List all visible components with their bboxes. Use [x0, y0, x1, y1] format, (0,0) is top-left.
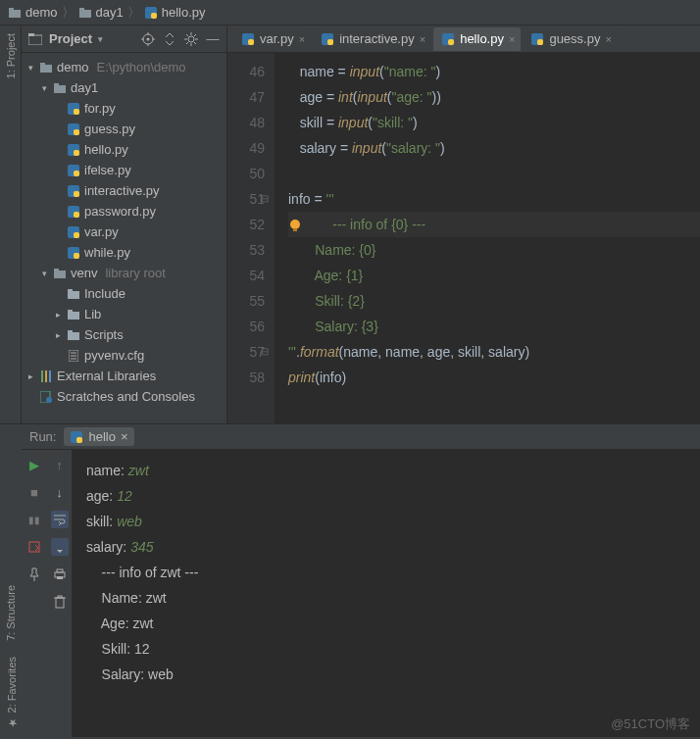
exit-button[interactable]: [25, 538, 43, 556]
sidebar-tab-structure[interactable]: 7: Structure: [5, 585, 17, 641]
up-icon[interactable]: ↑: [51, 456, 69, 473]
stop-button[interactable]: ■: [25, 483, 43, 501]
svg-point-9: [147, 37, 150, 40]
close-icon[interactable]: ×: [299, 33, 305, 45]
tree-row[interactable]: for.py: [22, 98, 226, 119]
tree-row[interactable]: ▾demoE:\python\demo: [22, 57, 226, 77]
svg-rect-2: [79, 10, 91, 18]
editor-tab[interactable]: guess.py×: [523, 27, 617, 51]
tree-row[interactable]: password.py: [22, 201, 226, 222]
gutter: 46474849505152535455565758: [227, 53, 275, 423]
svg-rect-71: [76, 437, 82, 443]
scroll-icon[interactable]: [51, 538, 69, 556]
svg-rect-57: [49, 370, 51, 382]
run-toolbar-left: ▶ ■ ▮▮: [22, 450, 47, 737]
code-editor[interactable]: 46474849505152535455565758 name = input(…: [227, 53, 700, 423]
source[interactable]: name = input("name: ") age = int(input("…: [275, 53, 700, 423]
crumb-seg-1: day1: [78, 5, 124, 20]
python-file-icon: [67, 225, 80, 239]
python-file-icon: [67, 102, 80, 116]
editor-tab[interactable]: interactive.py×: [313, 27, 431, 51]
folder-icon: [39, 61, 53, 74]
sidebar-tab-project[interactable]: 1: Project: [5, 33, 17, 78]
tree-row[interactable]: ▾day1: [22, 77, 226, 98]
svg-rect-0: [9, 10, 21, 18]
svg-rect-49: [68, 332, 79, 340]
project-tree[interactable]: ▾demoE:\python\demo▾day1for.pyguess.pyhe…: [22, 53, 226, 423]
svg-rect-63: [327, 39, 333, 45]
gear-icon[interactable]: [183, 31, 199, 47]
collapse-icon[interactable]: [162, 31, 177, 47]
project-panel: Project — ▾demoE:\python\demo▾day1for.py…: [22, 25, 227, 423]
python-file-icon: [144, 6, 158, 20]
svg-rect-78: [58, 596, 62, 598]
project-title[interactable]: Project: [49, 31, 134, 46]
python-file-icon: [67, 184, 80, 198]
svg-rect-65: [448, 39, 454, 45]
python-file-icon: [321, 32, 334, 46]
pin-icon[interactable]: [25, 566, 43, 583]
tree-row[interactable]: ▾venvlibrary root: [22, 263, 226, 283]
bulb-icon[interactable]: [288, 219, 302, 232]
svg-rect-30: [74, 129, 79, 135]
tree-row[interactable]: ▸External Libraries: [22, 366, 226, 386]
tree-row[interactable]: ▸Scripts: [22, 324, 226, 345]
folder-icon: [67, 328, 80, 342]
svg-rect-38: [74, 212, 79, 218]
hide-icon[interactable]: —: [205, 31, 221, 47]
tree-row[interactable]: interactive.py: [22, 180, 226, 201]
run-button[interactable]: ▶: [25, 456, 43, 473]
svg-rect-43: [54, 271, 66, 278]
tree-row[interactable]: while.py: [22, 242, 226, 263]
tree-row[interactable]: guess.py: [22, 119, 226, 139]
svg-rect-76: [56, 598, 64, 608]
breadcrumb[interactable]: demo 〉 day1 〉 hello.py: [0, 0, 700, 25]
editor-tabs: var.py×interactive.py×hello.py×guess.py×: [227, 25, 700, 53]
folder-icon: [67, 308, 80, 321]
svg-rect-61: [248, 39, 254, 45]
project-view-icon[interactable]: [27, 31, 43, 47]
folder-icon: [53, 267, 67, 280]
close-icon[interactable]: ×: [605, 33, 611, 45]
editor-tab[interactable]: hello.py×: [433, 27, 521, 51]
tree-row[interactable]: Scratches and Consoles: [22, 386, 226, 407]
svg-rect-75: [57, 576, 63, 579]
tree-row[interactable]: ▸Lib: [22, 304, 226, 324]
watermark: @51CTO博客: [611, 715, 690, 733]
close-icon[interactable]: ×: [121, 429, 128, 444]
editor-area: var.py×interactive.py×hello.py×guess.py×…: [227, 25, 700, 423]
editor-tab[interactable]: var.py×: [233, 27, 311, 51]
svg-line-21: [186, 42, 188, 44]
folder-icon: [8, 6, 22, 20]
tree-row[interactable]: pyvenv.cfg: [22, 345, 226, 366]
locate-icon[interactable]: [140, 31, 156, 47]
tree-row[interactable]: var.py: [22, 222, 226, 242]
svg-rect-48: [68, 310, 73, 313]
folder-icon: [67, 287, 80, 301]
console-output[interactable]: name: zwtage: 12skill: websalary: 345 --…: [73, 450, 700, 737]
python-file-icon: [530, 32, 544, 46]
svg-rect-32: [74, 150, 79, 156]
close-icon[interactable]: ×: [509, 33, 515, 45]
folder-icon: [53, 81, 67, 95]
down-icon[interactable]: ↓: [51, 483, 69, 501]
tree-row[interactable]: Include: [22, 283, 226, 304]
run-config-tab[interactable]: hello ×: [64, 427, 133, 446]
close-icon[interactable]: ×: [420, 33, 425, 45]
python-file-icon: [441, 32, 455, 46]
python-file-icon: [67, 246, 80, 260]
wrap-icon[interactable]: [51, 511, 69, 528]
tree-row[interactable]: hello.py: [22, 139, 226, 160]
print-icon[interactable]: [51, 566, 69, 583]
chevron-right-icon: 〉: [62, 4, 75, 22]
svg-rect-34: [74, 171, 79, 176]
svg-rect-1: [9, 8, 14, 11]
svg-rect-46: [68, 289, 73, 292]
left-gutter-tabs: 1: Project: [0, 25, 22, 423]
pause-button[interactable]: ▮▮: [25, 511, 43, 528]
svg-rect-40: [74, 232, 79, 238]
tree-row[interactable]: ifelse.py: [22, 160, 226, 180]
sidebar-tab-favorites[interactable]: ★ 2: Favorites: [5, 657, 18, 729]
run-label: Run:: [29, 429, 56, 444]
trash-icon[interactable]: [51, 593, 69, 611]
